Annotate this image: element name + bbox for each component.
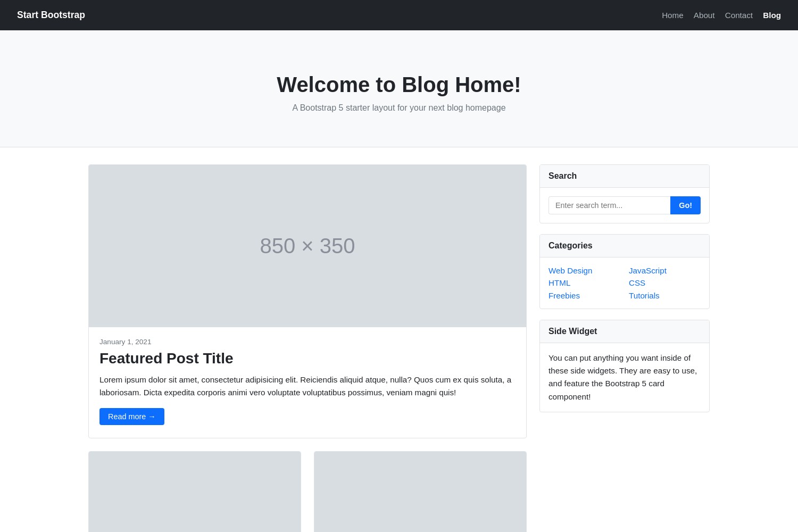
- category-web-design[interactable]: Web Design: [548, 266, 620, 275]
- sidebar: Search Go! Categories Web Design JavaScr…: [539, 164, 710, 532]
- small-card-1-image: [89, 452, 301, 532]
- navbar-brand[interactable]: Start Bootstrap: [17, 10, 85, 21]
- hero-subtitle: A Bootstrap 5 starter layout for your ne…: [9, 103, 789, 113]
- search-button[interactable]: Go!: [670, 196, 701, 214]
- search-widget-body: Go!: [540, 188, 709, 223]
- nav-links: Home About Contact Blog: [662, 11, 781, 20]
- search-form: Go!: [548, 196, 701, 214]
- hero-title: Welcome to Blog Home!: [9, 73, 789, 97]
- featured-post-date: January 1, 2021: [99, 338, 516, 346]
- categories-grid: Web Design JavaScript HTML CSS Freebies …: [548, 266, 701, 300]
- small-card-2-image: [314, 452, 526, 532]
- search-widget-header: Search: [540, 165, 709, 188]
- category-javascript[interactable]: JavaScript: [629, 266, 701, 275]
- featured-read-more-button[interactable]: Read more →: [99, 408, 164, 425]
- nav-link-blog[interactable]: Blog: [763, 11, 781, 20]
- search-widget: Search Go!: [539, 164, 710, 223]
- side-widget-header: Side Widget: [540, 320, 709, 343]
- featured-post-card: 850 × 350 January 1, 2021 Featured Post …: [88, 164, 527, 438]
- nav-link-contact[interactable]: Contact: [725, 11, 753, 20]
- categories-widget-header: Categories: [540, 235, 709, 257]
- search-input[interactable]: [548, 196, 670, 214]
- featured-post-body: January 1, 2021 Featured Post Title Lore…: [89, 327, 526, 438]
- content-wrapper: 850 × 350 January 1, 2021 Featured Post …: [80, 164, 718, 532]
- side-widget-body: You can put anything you want inside of …: [540, 343, 709, 412]
- featured-post-image: 850 × 350: [89, 165, 526, 327]
- side-widget: Side Widget You can put anything you wan…: [539, 320, 710, 412]
- small-card-2: [314, 451, 527, 532]
- nav-link-home[interactable]: Home: [662, 11, 684, 20]
- small-card-1: [88, 451, 301, 532]
- category-css[interactable]: CSS: [629, 278, 701, 287]
- nav-link-about[interactable]: About: [694, 11, 715, 20]
- navbar: Start Bootstrap Home About Contact Blog: [0, 0, 798, 30]
- category-tutorials[interactable]: Tutorials: [629, 291, 701, 300]
- hero-section: Welcome to Blog Home! A Bootstrap 5 star…: [0, 30, 798, 147]
- main-column: 850 × 350 January 1, 2021 Featured Post …: [88, 164, 527, 532]
- categories-widget-body: Web Design JavaScript HTML CSS Freebies …: [540, 257, 709, 309]
- side-widget-text: You can put anything you want inside of …: [548, 352, 701, 403]
- category-freebies[interactable]: Freebies: [548, 291, 620, 300]
- category-html[interactable]: HTML: [548, 278, 620, 287]
- featured-post-title: Featured Post Title: [99, 350, 516, 367]
- featured-image-label: 850 × 350: [260, 234, 355, 258]
- featured-post-excerpt: Lorem ipsum dolor sit amet, consectetur …: [99, 373, 516, 400]
- categories-widget: Categories Web Design JavaScript HTML CS…: [539, 234, 710, 309]
- small-cards-row: [88, 451, 527, 532]
